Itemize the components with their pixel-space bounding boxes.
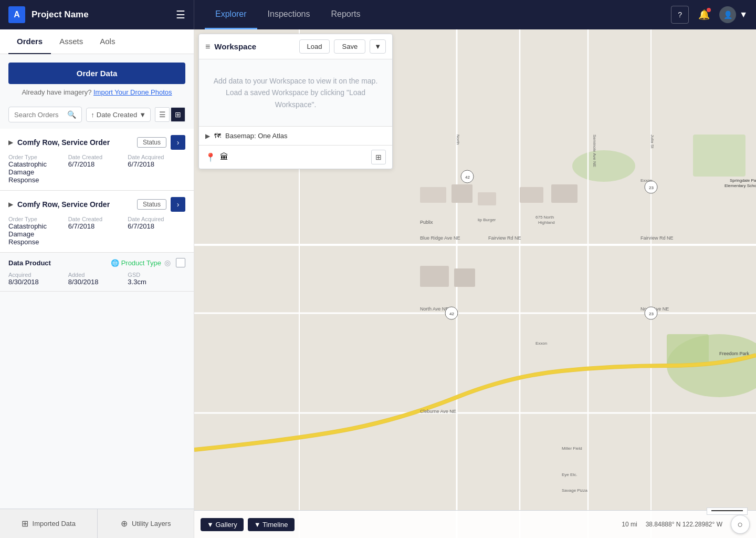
utility-layers-label: Utility Layers — [132, 520, 171, 527]
sidebar-tab-aols[interactable]: Aols — [91, 29, 123, 54]
utility-layers-icon: ⊕ — [121, 519, 128, 529]
utility-layers-tab[interactable]: ⊕ Utility Layers — [98, 509, 195, 538]
svg-point-1 — [572, 150, 635, 182]
product-checkbox[interactable] — [176, 258, 185, 267]
svg-rect-29 — [478, 192, 496, 205]
svg-text:North Ave NE: North Ave NE — [420, 306, 448, 312]
workspace-empty-message: Add data to your Workspace to view it on… — [199, 59, 392, 126]
map-zoom-button[interactable]: ○ — [731, 515, 750, 534]
product-type-link[interactable]: 🌐 Product Type — [111, 259, 161, 267]
imported-data-label: Imported Data — [33, 520, 76, 527]
grid-view-button[interactable]: ⊞ — [171, 107, 185, 122]
added-value: 8/30/2018 — [68, 278, 126, 286]
map-bottom-right: 10 mi 38.84888° N 122.28982° W ○ — [622, 515, 750, 534]
order-1-date-created-value: 6/7/2018 — [68, 160, 126, 168]
order-2-type-value: Catastrophic Damage Response — [8, 222, 66, 246]
order-1-meta: Order Type Catastrophic Damage Response … — [8, 154, 185, 184]
user-avatar: 👤 — [719, 6, 736, 23]
workspace-menu-icon[interactable]: ≡ — [205, 42, 210, 51]
svg-text:Julia St: Julia St — [650, 134, 655, 149]
sidebar-tabs: Orders Assets Aols — [0, 29, 194, 54]
order-card-1-header: ▶ Comfy Row, Service Order Status › — [8, 135, 185, 150]
workspace-save-button[interactable]: Save — [334, 39, 365, 54]
list-view-button[interactable]: ☰ — [155, 107, 170, 122]
svg-text:Freedom Park: Freedom Park — [719, 351, 750, 356]
tab-inspections[interactable]: Inspections — [257, 0, 321, 29]
svg-text:23: 23 — [649, 185, 654, 190]
svg-text:Seminole Ave NE: Seminole Ave NE — [592, 134, 597, 167]
map-scale-bar — [707, 508, 748, 515]
imported-data-tab[interactable]: ⊞ Imported Data — [0, 509, 98, 538]
acquired-label: Acquired — [8, 272, 66, 278]
order-1-arrow-button[interactable]: › — [171, 135, 185, 150]
map-bottom-bar: ▼ Gallery ▼ Timeline 10 mi 38.84888° N 1… — [194, 510, 756, 538]
search-box[interactable]: 🔍 — [8, 107, 82, 122]
sort-label: Date Created — [97, 111, 137, 119]
map-scale: 10 mi — [622, 521, 637, 528]
svg-rect-33 — [551, 184, 578, 203]
svg-text:Highland: Highland — [538, 220, 555, 225]
order-data-button[interactable]: Order Data — [8, 63, 185, 84]
nav-actions: ? 🔔 👤 ▼ — [663, 6, 756, 24]
order-1-status-badge[interactable]: Status — [137, 137, 166, 148]
order-2-expand-icon[interactable]: ▶ — [8, 201, 13, 208]
order-2-type-label: Order Type — [8, 216, 66, 222]
logo-area: A Project Name ☰ — [0, 0, 194, 29]
svg-text:42: 42 — [449, 312, 454, 316]
sidebar: Orders Assets Aols Order Data Already ha… — [0, 29, 194, 538]
order-1-date-created-label: Date Created — [68, 154, 126, 160]
svg-text:42: 42 — [465, 175, 470, 180]
view-toggle: ☰ ⊞ — [155, 107, 185, 122]
import-drone-photos-link[interactable]: Import Your Drone Photos — [93, 88, 172, 96]
workspace-header-left: ≡ Workspace — [205, 42, 256, 51]
notifications-button[interactable]: 🔔 — [695, 6, 713, 24]
svg-text:lip Burger: lip Burger — [478, 218, 496, 222]
orders-list: ▶ Comfy Row, Service Order Status › Orde… — [0, 129, 194, 538]
target-icon[interactable]: ◎ — [164, 258, 173, 267]
order-card-2: ▶ Comfy Row, Service Order Status › Orde… — [0, 191, 194, 253]
basemap-label: Basemap: One Atlas — [225, 132, 288, 140]
data-product-header: Data Product 🌐 Product Type ◎ — [8, 258, 185, 267]
user-menu-button[interactable]: 👤 ▼ — [719, 6, 748, 23]
layer-building-icon: 🏛 — [220, 152, 228, 162]
map-bottom-left: ▼ Gallery ▼ Timeline — [201, 518, 295, 531]
main-layout: Orders Assets Aols Order Data Already ha… — [0, 29, 756, 538]
workspace-load-button[interactable]: Load — [299, 39, 330, 54]
hamburger-menu[interactable]: ☰ — [176, 8, 185, 21]
workspace-dropdown-button[interactable]: ▼ — [370, 39, 386, 54]
svg-rect-31 — [454, 268, 475, 287]
imported-data-icon: ⊞ — [22, 519, 28, 529]
order-2-status-badge[interactable]: Status — [137, 199, 166, 210]
order-card-2-header: ▶ Comfy Row, Service Order Status › — [8, 197, 185, 212]
gsd-value: 3.3cm — [128, 278, 185, 286]
search-filter-row: 🔍 ↑ Date Created ▼ ☰ ⊞ — [0, 102, 194, 129]
timeline-button[interactable]: ▼ Timeline — [248, 518, 295, 531]
tab-explorer[interactable]: Explorer — [205, 0, 257, 29]
added-label: Added — [68, 272, 126, 278]
svg-text:Eye Etc.: Eye Etc. — [562, 472, 578, 477]
svg-rect-30 — [420, 266, 449, 287]
workspace-layer-button[interactable]: ⊞ — [371, 150, 386, 164]
svg-text:Elementary School: Elementary School — [724, 183, 756, 188]
tab-reports[interactable]: Reports — [321, 0, 371, 29]
search-icon: 🔍 — [67, 110, 76, 119]
workspace-basemap-row[interactable]: ▶ 🗺 Basemap: One Atlas — [199, 126, 392, 145]
order-1-expand-icon[interactable]: ▶ — [8, 139, 13, 146]
order-1-title-row: ▶ Comfy Row, Service Order — [8, 138, 110, 147]
project-name: Project Name — [32, 9, 176, 20]
order-2-meta: Order Type Catastrophic Damage Response … — [8, 216, 185, 246]
map-area: Blue Ridge Ave NE North Ave NE Cleburne … — [194, 29, 756, 538]
order-2-arrow-button[interactable]: › — [171, 197, 185, 212]
sidebar-tab-orders[interactable]: Orders — [8, 29, 51, 54]
sort-button[interactable]: ↑ Date Created ▼ — [86, 108, 151, 122]
gsd-label: GSD — [128, 272, 185, 278]
workspace-header: ≡ Workspace Load Save ▼ — [199, 34, 392, 59]
search-input[interactable] — [14, 111, 65, 119]
svg-text:Exxon: Exxon — [640, 178, 652, 183]
help-button[interactable]: ? — [671, 6, 689, 24]
gallery-button[interactable]: ▼ Gallery — [201, 518, 244, 531]
order-2-date-acquired-value: 6/7/2018 — [128, 222, 185, 230]
svg-text:Savage Pizza: Savage Pizza — [562, 488, 587, 493]
svg-text:Publix: Publix — [420, 220, 433, 225]
sidebar-tab-assets[interactable]: Assets — [51, 29, 91, 54]
